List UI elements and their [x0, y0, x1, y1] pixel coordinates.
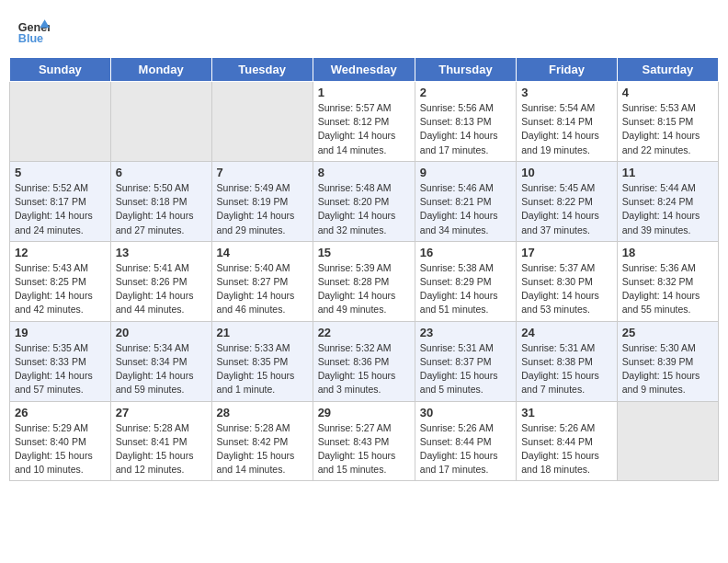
day-info: Sunrise: 5:34 AM Sunset: 8:34 PM Dayligh… [116, 341, 207, 397]
day-number: 9 [420, 166, 511, 179]
day-info: Sunrise: 5:45 AM Sunset: 8:22 PM Dayligh… [521, 181, 612, 237]
day-number: 18 [622, 246, 713, 259]
day-number: 4 [622, 86, 713, 99]
day-info: Sunrise: 5:29 AM Sunset: 8:40 PM Dayligh… [15, 421, 106, 477]
weekday-header-row: SundayMondayTuesdayWednesdayThursdayFrid… [10, 58, 719, 82]
day-info: Sunrise: 5:30 AM Sunset: 8:39 PM Dayligh… [622, 341, 713, 397]
calendar-cell: 6Sunrise: 5:50 AM Sunset: 8:18 PM Daylig… [110, 161, 211, 241]
calendar-cell: 13Sunrise: 5:41 AM Sunset: 8:26 PM Dayli… [110, 241, 211, 321]
day-number: 3 [521, 86, 612, 99]
day-info: Sunrise: 5:43 AM Sunset: 8:25 PM Dayligh… [15, 261, 106, 317]
calendar-cell: 19Sunrise: 5:35 AM Sunset: 8:33 PM Dayli… [10, 321, 111, 401]
calendar-cell: 1Sunrise: 5:57 AM Sunset: 8:12 PM Daylig… [313, 82, 415, 162]
page-header: General Blue [9, 9, 719, 50]
day-number: 17 [521, 246, 612, 259]
calendar-cell: 8Sunrise: 5:48 AM Sunset: 8:20 PM Daylig… [313, 161, 415, 241]
calendar-cell: 31Sunrise: 5:26 AM Sunset: 8:44 PM Dayli… [517, 401, 618, 481]
day-info: Sunrise: 5:40 AM Sunset: 8:27 PM Dayligh… [217, 261, 308, 317]
day-info: Sunrise: 5:37 AM Sunset: 8:30 PM Dayligh… [521, 261, 612, 317]
calendar-cell: 11Sunrise: 5:44 AM Sunset: 8:24 PM Dayli… [617, 161, 718, 241]
calendar-cell [110, 82, 211, 162]
calendar-cell: 7Sunrise: 5:49 AM Sunset: 8:19 PM Daylig… [211, 161, 313, 241]
day-info: Sunrise: 5:28 AM Sunset: 8:42 PM Dayligh… [217, 421, 308, 477]
day-info: Sunrise: 5:35 AM Sunset: 8:33 PM Dayligh… [15, 341, 106, 397]
weekday-header-sunday: Sunday [10, 58, 111, 82]
calendar-cell: 24Sunrise: 5:31 AM Sunset: 8:38 PM Dayli… [517, 321, 618, 401]
day-info: Sunrise: 5:36 AM Sunset: 8:32 PM Dayligh… [622, 261, 713, 317]
calendar-cell: 4Sunrise: 5:53 AM Sunset: 8:15 PM Daylig… [617, 82, 718, 162]
day-number: 25 [622, 326, 713, 339]
day-info: Sunrise: 5:27 AM Sunset: 8:43 PM Dayligh… [318, 421, 410, 477]
day-number: 16 [420, 246, 511, 259]
calendar-cell: 22Sunrise: 5:32 AM Sunset: 8:36 PM Dayli… [313, 321, 415, 401]
day-info: Sunrise: 5:32 AM Sunset: 8:36 PM Dayligh… [318, 341, 410, 397]
calendar-cell: 14Sunrise: 5:40 AM Sunset: 8:27 PM Dayli… [211, 241, 313, 321]
calendar-cell: 28Sunrise: 5:28 AM Sunset: 8:42 PM Dayli… [211, 401, 313, 481]
day-number: 1 [318, 86, 410, 99]
day-info: Sunrise: 5:50 AM Sunset: 8:18 PM Dayligh… [116, 181, 207, 237]
calendar-cell: 3Sunrise: 5:54 AM Sunset: 8:14 PM Daylig… [517, 82, 618, 162]
day-info: Sunrise: 5:26 AM Sunset: 8:44 PM Dayligh… [521, 421, 612, 477]
calendar-cell: 12Sunrise: 5:43 AM Sunset: 8:25 PM Dayli… [10, 241, 111, 321]
day-number: 5 [15, 166, 106, 179]
calendar-cell [211, 82, 313, 162]
calendar-cell: 29Sunrise: 5:27 AM Sunset: 8:43 PM Dayli… [313, 401, 415, 481]
svg-text:Blue: Blue [18, 32, 43, 45]
day-number: 27 [116, 406, 207, 419]
calendar-table: SundayMondayTuesdayWednesdayThursdayFrid… [9, 57, 719, 481]
logo: General Blue [17, 13, 50, 46]
day-number: 20 [116, 326, 207, 339]
day-info: Sunrise: 5:31 AM Sunset: 8:37 PM Dayligh… [420, 341, 511, 397]
week-row-1: 1Sunrise: 5:57 AM Sunset: 8:12 PM Daylig… [10, 82, 719, 162]
week-row-3: 12Sunrise: 5:43 AM Sunset: 8:25 PM Dayli… [10, 241, 719, 321]
day-number: 24 [521, 326, 612, 339]
day-info: Sunrise: 5:49 AM Sunset: 8:19 PM Dayligh… [217, 181, 308, 237]
weekday-header-monday: Monday [110, 58, 211, 82]
day-number: 2 [420, 86, 511, 99]
day-number: 22 [318, 326, 410, 339]
calendar-cell: 16Sunrise: 5:38 AM Sunset: 8:29 PM Dayli… [415, 241, 516, 321]
logo-icon: General Blue [17, 13, 50, 46]
day-number: 23 [420, 326, 511, 339]
day-info: Sunrise: 5:53 AM Sunset: 8:15 PM Dayligh… [622, 101, 713, 157]
calendar-cell: 9Sunrise: 5:46 AM Sunset: 8:21 PM Daylig… [415, 161, 516, 241]
day-info: Sunrise: 5:54 AM Sunset: 8:14 PM Dayligh… [521, 101, 612, 157]
calendar-cell: 5Sunrise: 5:52 AM Sunset: 8:17 PM Daylig… [10, 161, 111, 241]
day-number: 12 [15, 246, 106, 259]
calendar-cell: 30Sunrise: 5:26 AM Sunset: 8:44 PM Dayli… [415, 401, 516, 481]
day-number: 14 [217, 246, 308, 259]
day-number: 19 [15, 326, 106, 339]
calendar-cell: 17Sunrise: 5:37 AM Sunset: 8:30 PM Dayli… [517, 241, 618, 321]
day-info: Sunrise: 5:52 AM Sunset: 8:17 PM Dayligh… [15, 181, 106, 237]
day-info: Sunrise: 5:28 AM Sunset: 8:41 PM Dayligh… [116, 421, 207, 477]
weekday-header-saturday: Saturday [617, 58, 718, 82]
weekday-header-wednesday: Wednesday [313, 58, 415, 82]
calendar-cell: 21Sunrise: 5:33 AM Sunset: 8:35 PM Dayli… [211, 321, 313, 401]
weekday-header-tuesday: Tuesday [211, 58, 313, 82]
day-number: 7 [217, 166, 308, 179]
calendar-cell: 20Sunrise: 5:34 AM Sunset: 8:34 PM Dayli… [110, 321, 211, 401]
day-number: 30 [420, 406, 511, 419]
day-number: 29 [318, 406, 410, 419]
day-number: 8 [318, 166, 410, 179]
day-number: 13 [116, 246, 207, 259]
day-number: 10 [521, 166, 612, 179]
day-info: Sunrise: 5:26 AM Sunset: 8:44 PM Dayligh… [420, 421, 511, 477]
day-info: Sunrise: 5:38 AM Sunset: 8:29 PM Dayligh… [420, 261, 511, 317]
day-number: 11 [622, 166, 713, 179]
day-info: Sunrise: 5:57 AM Sunset: 8:12 PM Dayligh… [318, 101, 410, 157]
calendar-cell: 2Sunrise: 5:56 AM Sunset: 8:13 PM Daylig… [415, 82, 516, 162]
calendar-cell: 10Sunrise: 5:45 AM Sunset: 8:22 PM Dayli… [517, 161, 618, 241]
day-number: 31 [521, 406, 612, 419]
calendar-cell: 26Sunrise: 5:29 AM Sunset: 8:40 PM Dayli… [10, 401, 111, 481]
day-info: Sunrise: 5:31 AM Sunset: 8:38 PM Dayligh… [521, 341, 612, 397]
day-number: 6 [116, 166, 207, 179]
week-row-5: 26Sunrise: 5:29 AM Sunset: 8:40 PM Dayli… [10, 401, 719, 481]
day-number: 26 [15, 406, 106, 419]
day-info: Sunrise: 5:44 AM Sunset: 8:24 PM Dayligh… [622, 181, 713, 237]
calendar-cell: 23Sunrise: 5:31 AM Sunset: 8:37 PM Dayli… [415, 321, 516, 401]
day-info: Sunrise: 5:48 AM Sunset: 8:20 PM Dayligh… [318, 181, 410, 237]
calendar-cell [10, 82, 111, 162]
calendar-cell: 25Sunrise: 5:30 AM Sunset: 8:39 PM Dayli… [617, 321, 718, 401]
day-info: Sunrise: 5:56 AM Sunset: 8:13 PM Dayligh… [420, 101, 511, 157]
